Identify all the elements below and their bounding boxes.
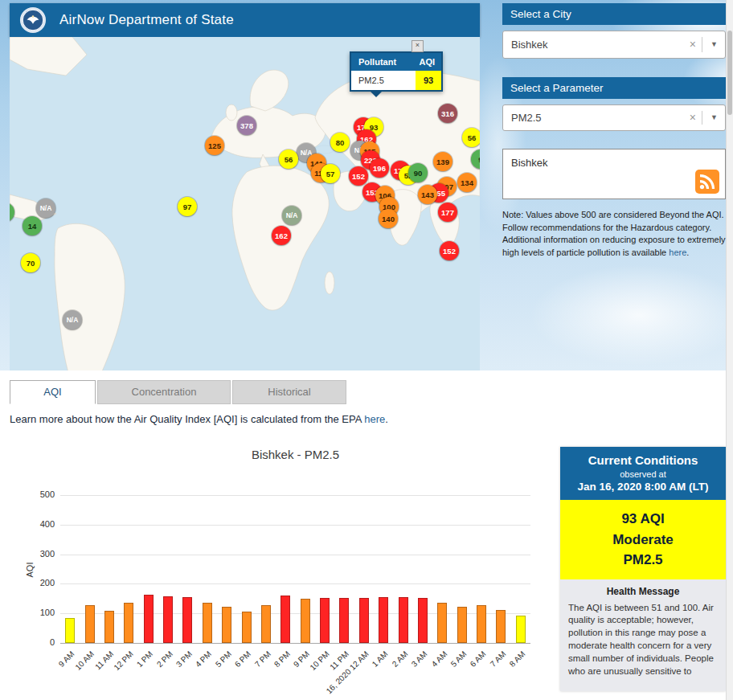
popup-header: Pollutant AQI bbox=[351, 53, 441, 71]
popup-close-icon[interactable]: × bbox=[412, 40, 424, 52]
x-axis-tick-label: 6 PM bbox=[233, 649, 252, 669]
aqi-marker[interactable]: 140 bbox=[379, 209, 398, 228]
aqi-bar[interactable] bbox=[65, 618, 75, 643]
aqi-marker[interactable]: N/A bbox=[63, 310, 82, 330]
aqi-marker[interactable]: N/A bbox=[36, 199, 55, 218]
aqi-marker[interactable]: 316 bbox=[438, 104, 457, 123]
aqi-bar[interactable] bbox=[163, 596, 173, 643]
aqi-marker[interactable]: 57 bbox=[321, 164, 340, 183]
rss-city-label: Bishkek bbox=[503, 149, 725, 169]
aqi-marker[interactable]: 97 bbox=[178, 197, 197, 216]
current-aqi-category: Moderate bbox=[563, 530, 723, 551]
x-axis-tick-label: 10 PM bbox=[309, 649, 331, 672]
y-axis-tick-label: 200 bbox=[16, 578, 55, 587]
x-axis-tick-label: 3 AM bbox=[410, 649, 429, 669]
aqi-marker[interactable]: 152 bbox=[349, 166, 368, 186]
aqi-marker[interactable]: 177 bbox=[438, 203, 457, 222]
aqi-bar[interactable] bbox=[457, 607, 467, 643]
aqi-bar[interactable] bbox=[379, 597, 388, 643]
x-axis-tick-label: 4 PM bbox=[194, 649, 213, 669]
aqi-marker[interactable]: 143 bbox=[418, 185, 437, 204]
department-of-state-seal-icon bbox=[19, 6, 47, 34]
aqi-marker[interactable]: 90 bbox=[408, 163, 428, 182]
aqi-bar[interactable] bbox=[359, 598, 369, 643]
aqi-bar[interactable] bbox=[516, 616, 526, 643]
aqi-marker[interactable]: N/A bbox=[282, 206, 301, 225]
tab-bar: AQI Concentration Historical bbox=[10, 380, 346, 404]
clear-icon[interactable]: × bbox=[690, 105, 696, 130]
aqi-bar-chart: Bishkek - PM2.5 AQI 0100200300400500 9 A… bbox=[10, 438, 564, 700]
aqi-bar[interactable] bbox=[124, 603, 133, 643]
current-conditions-title: Current Conditions bbox=[563, 453, 723, 467]
observed-datetime: Jan 16, 2020 8:00 AM (LT) bbox=[563, 481, 723, 493]
aqi-bar[interactable] bbox=[104, 611, 114, 643]
health-message-text: The AQI is between 51 and 100. Air quali… bbox=[568, 602, 718, 678]
popup-row: PM2.5 93 bbox=[351, 71, 441, 90]
aqi-world-map[interactable]: 37812580N/A561411155717293162N/A11522219… bbox=[10, 37, 480, 370]
beyond-aqi-note: Note: Values above 500 are considered Be… bbox=[502, 209, 726, 259]
epa-here-link[interactable]: here bbox=[364, 413, 385, 425]
city-select[interactable]: Bishkek × ▼ bbox=[502, 31, 726, 59]
aqi-bar[interactable] bbox=[203, 603, 212, 643]
aqi-bar[interactable] bbox=[261, 605, 271, 643]
aqi-bar[interactable] bbox=[85, 605, 95, 643]
x-axis-tick-label: 5 AM bbox=[449, 649, 469, 669]
aqi-marker[interactable]: 152 bbox=[440, 241, 459, 260]
note-here-link[interactable]: here bbox=[669, 248, 686, 257]
aqi-marker[interactable]: 56 bbox=[462, 128, 480, 147]
aqi-bar[interactable] bbox=[496, 610, 506, 643]
popup-aqi-value: 93 bbox=[416, 71, 441, 90]
aqi-bar[interactable] bbox=[477, 605, 486, 643]
y-axis-tick-label: 500 bbox=[16, 489, 55, 499]
tab-historical[interactable]: Historical bbox=[232, 380, 346, 404]
note-period: . bbox=[686, 248, 689, 257]
aqi-bar[interactable] bbox=[437, 603, 447, 643]
learn-more-body: Learn more about how the Air Quality Ind… bbox=[10, 413, 364, 425]
popup-pollutant-value: PM2.5 bbox=[351, 71, 416, 90]
aqi-marker[interactable]: 70 bbox=[21, 253, 40, 272]
current-conditions-panel: Current Conditions observed at Jan 16, 2… bbox=[560, 447, 726, 691]
aqi-bar[interactable] bbox=[281, 596, 290, 643]
aqi-bar[interactable] bbox=[222, 607, 231, 643]
aqi-marker[interactable]: 56 bbox=[279, 149, 298, 169]
aqi-bar[interactable] bbox=[242, 612, 252, 643]
aqi-bar[interactable] bbox=[301, 599, 310, 643]
chevron-down-icon[interactable]: ▼ bbox=[710, 31, 718, 58]
x-axis-tick-label: 12 PM bbox=[113, 649, 135, 672]
aqi-marker[interactable]: 14 bbox=[23, 216, 42, 235]
x-axis-tick-label: 6 AM bbox=[469, 649, 488, 669]
aqi-bar[interactable] bbox=[144, 595, 154, 643]
aqi-marker[interactable]: 134 bbox=[457, 173, 477, 192]
y-axis-tick-label: 100 bbox=[16, 608, 55, 617]
x-axis-tick-label: 3 PM bbox=[174, 649, 194, 669]
aqi-marker[interactable]: 125 bbox=[205, 136, 224, 155]
x-axis-tick-label: 5 PM bbox=[214, 649, 233, 669]
gridline bbox=[60, 495, 530, 496]
parameter-select[interactable]: PM2.5 × ▼ bbox=[502, 104, 726, 131]
map-popup: × Pollutant AQI PM2.5 93 bbox=[350, 51, 443, 92]
aqi-bar[interactable] bbox=[339, 598, 349, 643]
clear-icon[interactable]: × bbox=[690, 31, 696, 58]
chevron-down-icon[interactable]: ▼ bbox=[710, 105, 718, 130]
x-axis-tick-label: 1 AM bbox=[371, 649, 390, 669]
current-aqi-box: 93 AQI Moderate PM2.5 bbox=[560, 500, 726, 579]
x-axis-tick-label: 2 AM bbox=[390, 649, 409, 669]
aqi-marker[interactable]: 162 bbox=[272, 226, 291, 245]
aqi-bar[interactable] bbox=[320, 598, 330, 643]
aqi-marker[interactable]: 196 bbox=[370, 158, 389, 178]
aqi-marker[interactable]: 378 bbox=[237, 116, 256, 135]
scrollbar[interactable] bbox=[726, 0, 733, 700]
aqi-bar[interactable] bbox=[182, 597, 192, 643]
x-axis-tick-label: 2 PM bbox=[155, 649, 174, 669]
aqi-marker[interactable]: 139 bbox=[433, 152, 452, 171]
tab-concentration[interactable]: Concentration bbox=[97, 380, 231, 404]
tab-aqi[interactable]: AQI bbox=[10, 380, 96, 404]
popup-pollutant-header: Pollutant bbox=[351, 53, 409, 71]
rss-feed-box: Bishkek bbox=[502, 149, 726, 199]
aqi-bar[interactable] bbox=[399, 597, 408, 643]
aqi-bar[interactable] bbox=[418, 598, 428, 643]
rss-icon[interactable] bbox=[695, 170, 719, 194]
select-city-header: Select a City bbox=[502, 3, 726, 25]
scrollbar-thumb[interactable] bbox=[727, 31, 732, 115]
aqi-marker[interactable]: 80 bbox=[330, 133, 350, 152]
